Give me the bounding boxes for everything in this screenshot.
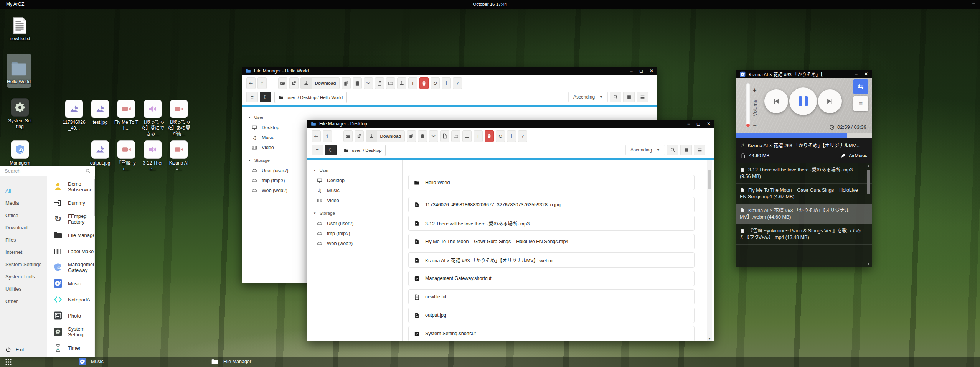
playlist-item-yukimine-piano-strings-ver-mp4-13-48-mb[interactable]: 『雪峰 ~yukimine~ Piano & Strings Ver.』を歌って… <box>736 224 872 245</box>
file-row-117346026-4968186883206677-3276783073763559328-o-jpg[interactable]: 117346026_4968186883206677_3276783073763… <box>408 197 695 212</box>
menu-category-media[interactable]: Media <box>0 197 47 209</box>
delete-button[interactable] <box>419 77 429 89</box>
menu-category-internet[interactable]: Internet <box>0 246 47 258</box>
playlist-scrollbar[interactable]: ▲ ▼ <box>866 163 871 267</box>
file-row-fly-me-to-the-moon-gawr-gura-sings-hololive-en-songs-mp4[interactable]: Fly Me To The Moon _ Gawr Gura Sings _ H… <box>408 234 695 249</box>
desktop-icon-item[interactable]: 【歌ってみた】愛にできる... <box>140 100 165 137</box>
breadcrumb[interactable]: user: / Desktop <box>340 145 386 156</box>
app-item-label-maker[interactable]: Label Maker <box>47 243 95 259</box>
desktop-icon-output-jpg[interactable]: output.jpg <box>88 140 112 166</box>
file-row-newfile-txt[interactable]: newfile.txt <box>408 289 695 304</box>
next-track-button[interactable] <box>818 89 842 113</box>
window-titlebar[interactable]: File Manager - Hello World – ◻ ✕ <box>242 67 657 75</box>
refresh-button[interactable]: ↻ <box>496 130 505 142</box>
playlist-item-fly-me-to-the-moon-gawr-gura-sings-holol[interactable]: Fly Me To The Moon _ Gawr Gura Sings _ H… <box>736 184 872 204</box>
volume-up-button[interactable]: + <box>751 87 759 94</box>
app-item-demo-subservice[interactable]: Demo Subservice <box>47 179 95 195</box>
sort-order-dropdown[interactable]: Ascending▼ <box>625 145 665 155</box>
breadcrumb[interactable]: user: / Desktop / Hello World <box>274 92 347 103</box>
file-row-kizuna-ai-63-mv-webm[interactable]: Kizuna AI × 花譜 #63 「かりそめ」【オリジナルMV】.webm <box>408 252 695 268</box>
menu-category-all[interactable]: All <box>0 185 47 197</box>
file-row-system-setting-shortcut[interactable]: System Setting.shortcut <box>408 326 695 341</box>
delete-button[interactable] <box>485 130 494 142</box>
menu-category-system-tools[interactable]: System Tools <box>0 271 47 283</box>
app-item-photo[interactable]: Photo <box>47 308 95 324</box>
taskbar-item-file-manager[interactable]: File Manager <box>211 358 251 365</box>
app-item-system-setting[interactable]: System Setting <box>47 324 95 340</box>
close-button[interactable]: ✕ <box>650 68 653 74</box>
rename-button[interactable]: I <box>408 77 417 89</box>
app-item-management-gateway[interactable]: Management Gateway <box>47 259 95 275</box>
file-row-output-jpg[interactable]: output.jpg <box>408 308 695 323</box>
desktop-icon-117346026-49[interactable]: 117346026_49... <box>62 100 86 131</box>
menu-category-office[interactable]: Office <box>0 209 47 222</box>
list-view-button[interactable] <box>694 145 705 155</box>
search-button[interactable] <box>667 145 678 155</box>
new-folder-button[interactable] <box>386 77 395 89</box>
window-titlebar[interactable]: File Manager - Desktop – ◻ ✕ <box>307 120 714 128</box>
exit-button[interactable]: Exit <box>5 347 24 352</box>
back-button[interactable]: ← <box>246 77 256 89</box>
list-view-button[interactable] <box>637 92 648 102</box>
file-row-hello-world[interactable]: Hello World <box>408 175 695 190</box>
playlist-item-3-12-there-will-be-love-there-mp3-9-56-m[interactable]: 3-12 There will be love there -愛のある場所-.m… <box>736 163 872 184</box>
desktop-icon-system-setting[interactable]: System Setting <box>8 98 32 130</box>
minimize-button[interactable]: – <box>687 121 690 127</box>
new-file-button[interactable] <box>375 77 384 89</box>
app-item-notepada[interactable]: NotepadA <box>47 291 95 308</box>
sidebar-group-user[interactable]: ▾User <box>314 168 402 173</box>
desktop-icon-newfile-txt[interactable]: newfile.txt <box>8 17 32 42</box>
open-folder-button[interactable] <box>343 130 353 142</box>
minimize-button[interactable]: – <box>855 71 858 77</box>
cut-button[interactable]: ✂ <box>364 77 373 89</box>
app-item-timer[interactable]: Timer <box>47 340 95 356</box>
menu-scrollbar[interactable] <box>94 176 95 357</box>
queue-button[interactable]: ≡ <box>853 96 868 111</box>
scroll-down-arrow-icon[interactable]: ▼ <box>707 337 712 341</box>
file-row-3-12-there-will-be-love-there-mp3[interactable]: 3-12 There will be love there -愛のある場所-.m… <box>408 216 695 231</box>
copy-button[interactable] <box>407 130 416 142</box>
app-item-file-manager[interactable]: File Manager <box>47 227 95 243</box>
sidebar-group-storage[interactable]: ▾Storage <box>314 211 402 216</box>
sidebar-group-user[interactable]: ▾User <box>249 115 337 120</box>
menu-category-download[interactable]: Download <box>0 222 47 234</box>
app-item-music[interactable]: Music <box>47 275 95 291</box>
paste-button[interactable] <box>418 130 427 142</box>
menu-category-files[interactable]: Files <box>0 234 47 246</box>
scroll-up-arrow-icon[interactable]: ▲ <box>866 164 871 168</box>
open-folder-button[interactable] <box>278 77 287 89</box>
help-button[interactable]: ? <box>453 77 462 89</box>
search-button[interactable] <box>610 92 621 102</box>
scrollbar-thumb[interactable] <box>708 170 711 189</box>
menu-button[interactable]: ≡ <box>312 145 323 155</box>
menu-category-utilities[interactable]: Utilities <box>0 283 47 295</box>
desktop-icon-hello-world[interactable]: Hello World <box>7 54 31 88</box>
window-titlebar[interactable]: Kizuna AI × 花譜 #63 「かりそめ」【... – ✕ <box>736 70 872 78</box>
new-folder-button[interactable] <box>451 130 460 142</box>
volume-down-button[interactable]: − <box>751 122 759 129</box>
search-input[interactable] <box>4 168 82 174</box>
repeat-button[interactable]: ⇆ <box>853 79 868 94</box>
up-button[interactable]: ↑ <box>323 130 332 142</box>
theme-toggle-button[interactable]: ☾ <box>325 145 337 155</box>
maximize-button[interactable]: ◻ <box>696 121 700 127</box>
close-button[interactable]: ✕ <box>707 121 711 127</box>
scrollbar-thumb[interactable] <box>867 170 870 194</box>
rename-button[interactable]: I <box>474 130 483 142</box>
sidebar-item-web-web[interactable]: Web (web:/) <box>314 239 402 249</box>
menu-category-system-settings[interactable]: System Settings <box>0 258 47 271</box>
open-external-button[interactable] <box>355 130 364 142</box>
sort-order-dropdown[interactable]: Ascending▼ <box>568 92 608 102</box>
menu-button[interactable]: ≡ <box>246 92 258 102</box>
app-item-ffmpeg-factory[interactable]: ↻FFmpeg Factory <box>47 211 95 227</box>
progress-bar[interactable] <box>736 133 872 138</box>
info-button[interactable]: i <box>442 77 451 89</box>
sidebar-item-video[interactable]: Video <box>314 196 402 206</box>
open-external-button[interactable] <box>289 77 299 89</box>
maximize-button[interactable]: ◻ <box>639 68 643 74</box>
minimize-button[interactable]: – <box>630 68 633 74</box>
upload-button[interactable] <box>397 77 406 89</box>
taskbar-item-music[interactable]: Music <box>79 358 104 365</box>
new-file-button[interactable] <box>440 130 449 142</box>
up-button[interactable]: ↑ <box>257 77 267 89</box>
